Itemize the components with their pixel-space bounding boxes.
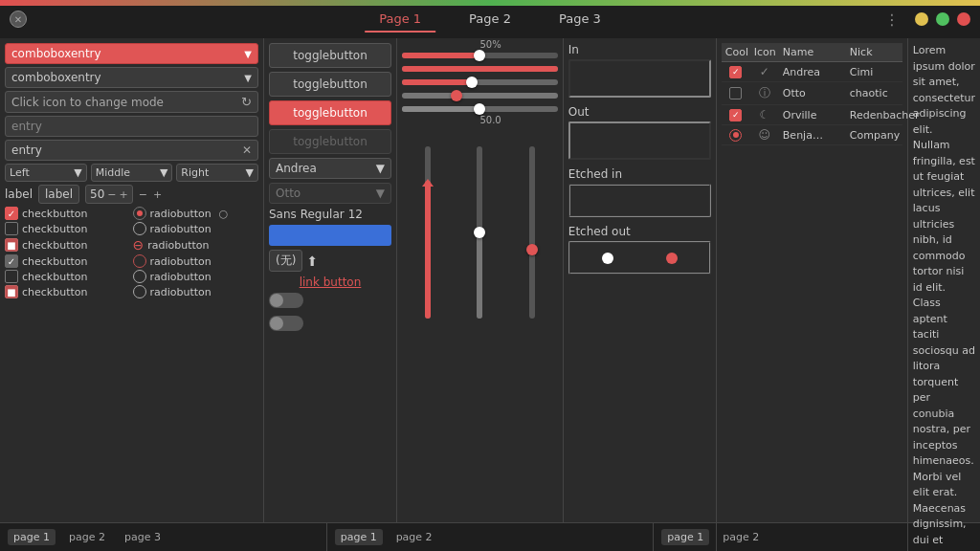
check-item-5[interactable]: checkbutton xyxy=(5,270,131,283)
check-item-6[interactable]: ■ checkbutton xyxy=(5,285,131,298)
bottom-tab-page2-2[interactable]: page 2 xyxy=(390,529,438,545)
in-box xyxy=(568,59,711,98)
combo1-arrow-icon: ▼ xyxy=(244,49,252,59)
radio-6[interactable] xyxy=(133,285,146,298)
entry1[interactable]: entry xyxy=(5,116,258,137)
andrea-arrow-icon: ▼ xyxy=(376,162,385,175)
row-check-2[interactable] xyxy=(729,87,742,99)
check-item-4[interactable]: ✓ checkbutton xyxy=(5,254,131,268)
spin-plus2-button[interactable]: + xyxy=(153,188,162,201)
vslider-1[interactable] xyxy=(425,146,431,319)
row-check-1[interactable]: ✓ xyxy=(729,66,742,78)
info-icon: ⓘ xyxy=(759,85,770,101)
otto-combo[interactable]: Otto ▼ xyxy=(269,183,391,204)
toggle-btn-4[interactable]: togglebutton xyxy=(269,129,391,154)
dot-green xyxy=(936,12,949,26)
spin-plus-button[interactable]: + xyxy=(120,188,128,201)
inout-panel: In Out Etched in Etched out xyxy=(564,38,717,551)
radio-item-3[interactable]: ⊖ radiobutton xyxy=(133,237,259,253)
radio-item-1[interactable]: radiobutton ○ xyxy=(133,207,259,220)
table-panel: Cool Icon Name Nick ✓ ✓ Andrea Cimi xyxy=(717,38,908,551)
click-icon-row: Click icon to change mode ↻ xyxy=(5,91,258,113)
radio-2[interactable] xyxy=(133,222,146,235)
main-area: comboboxentry ▼ comboboxentry ▼ Click ic… xyxy=(0,38,980,522)
checkbox-1[interactable]: ✓ xyxy=(5,207,18,220)
check-item-1[interactable]: ✓ checkbutton xyxy=(5,207,131,220)
checkbox-2[interactable] xyxy=(5,222,18,235)
upload-icon[interactable]: ⬆ xyxy=(306,253,318,269)
radio-5[interactable] xyxy=(133,270,146,283)
radio-item-2[interactable]: radiobutton xyxy=(133,222,259,235)
middle-combo[interactable]: Middle ▼ xyxy=(91,164,173,182)
hslider-5[interactable] xyxy=(402,106,558,112)
radio-1[interactable] xyxy=(133,207,146,220)
row-check-3[interactable]: ✓ xyxy=(729,109,742,121)
radio-4[interactable] xyxy=(133,254,146,268)
checkbox-5[interactable] xyxy=(5,270,18,283)
vslider-2[interactable] xyxy=(477,146,482,319)
menu-dots[interactable]: ⋮ xyxy=(884,11,900,29)
checkbox-6[interactable]: ■ xyxy=(5,285,18,298)
tab-page3[interactable]: Page 3 xyxy=(545,7,615,33)
radio-item-4[interactable]: radiobutton xyxy=(133,254,259,268)
combo2-arrow-icon: ▼ xyxy=(244,73,252,83)
check-mark-icon: ✓ xyxy=(760,65,769,78)
hslider-4[interactable] xyxy=(402,93,558,99)
entry2[interactable]: entry ✕ xyxy=(5,140,258,161)
bottom-tab-page1-3[interactable]: page 1 xyxy=(661,529,709,545)
dot-red xyxy=(957,12,970,26)
radio-item-6[interactable]: radiobutton xyxy=(133,285,259,298)
check-item-2[interactable]: checkbutton xyxy=(5,222,131,235)
bottom-tab-page1-1[interactable]: page 1 xyxy=(8,529,56,545)
check-item-3[interactable]: ■ checkbutton xyxy=(5,237,131,253)
toggle-btn-3[interactable]: togglebutton xyxy=(269,100,391,125)
combo1[interactable]: comboboxentry ▼ xyxy=(5,43,258,64)
spin-minus2-button[interactable]: − xyxy=(139,188,147,201)
hslider-2[interactable] xyxy=(402,66,558,72)
link-button[interactable]: link button xyxy=(269,276,391,289)
etched-out-box xyxy=(568,241,711,275)
check-radio-grid: ✓ checkbutton radiobutton ○ checkbutton … xyxy=(5,207,258,298)
label-box: label xyxy=(38,185,79,204)
hslider-3[interactable] xyxy=(402,79,558,85)
white-dot xyxy=(602,253,613,264)
toggle-switch-2-thumb xyxy=(270,317,283,330)
hslider-1[interactable] xyxy=(402,53,558,58)
refresh-icon[interactable]: ↻ xyxy=(241,95,252,109)
bottom-tab-page2-3[interactable]: page 2 xyxy=(717,529,765,545)
radio-3[interactable]: ⊖ xyxy=(133,237,145,253)
radio-item-5[interactable]: radiobutton xyxy=(133,270,259,283)
andrea-combo[interactable]: Andrea ▼ xyxy=(269,158,391,179)
tab-page1[interactable]: Page 1 xyxy=(365,7,435,33)
toggle-btn-2[interactable]: togglebutton xyxy=(269,72,391,97)
titlebar-tabs: Page 1 Page 2 Page 3 xyxy=(365,7,615,33)
clear-icon[interactable]: ✕ xyxy=(242,143,252,157)
middle-combo-arrow-icon: ▼ xyxy=(160,166,167,179)
mid-panel: togglebutton togglebutton togglebutton t… xyxy=(264,38,397,522)
checkbox-4[interactable]: ✓ xyxy=(5,254,18,268)
toggle-btn-1[interactable]: togglebutton xyxy=(269,43,391,68)
right-combo[interactable]: Right ▼ xyxy=(176,164,258,182)
spin-minus-button[interactable]: − xyxy=(107,188,116,201)
sliders-panel: 50% xyxy=(397,38,564,522)
bottom-tab-page1-2[interactable]: page 1 xyxy=(335,529,383,545)
bottom-tab-page2-1[interactable]: page 2 xyxy=(63,529,111,545)
titlebar-controls: ⋮ xyxy=(884,11,970,29)
toggle-switch-1[interactable] xyxy=(269,293,303,308)
bottom-bar: page 1 page 2 page 3 page 1 page 2 page … xyxy=(0,522,980,551)
tab-page2[interactable]: Page 2 xyxy=(455,7,525,33)
toggle-switch-2[interactable] xyxy=(269,316,303,331)
bottom-tab-page3-1[interactable]: page 3 xyxy=(119,529,167,545)
left-combo[interactable]: Left ▼ xyxy=(5,164,87,182)
text-panel: Lorem ipsum dolor sit amet, consectetur … xyxy=(908,38,980,551)
checkbox-3[interactable]: ■ xyxy=(5,238,18,252)
color-swatch[interactable] xyxy=(269,225,391,246)
table-row: ✓ ✓ Andrea Cimi xyxy=(722,62,902,82)
dot-yellow xyxy=(915,12,928,26)
row-check-4[interactable] xyxy=(729,129,742,142)
bottom-section-1: page 1 page 2 page 3 xyxy=(0,523,327,551)
vslider-3[interactable] xyxy=(529,146,535,319)
vertical-sliders xyxy=(402,142,558,518)
combo2[interactable]: comboboxentry ▼ xyxy=(5,67,258,88)
close-button[interactable]: ✕ xyxy=(10,11,27,28)
